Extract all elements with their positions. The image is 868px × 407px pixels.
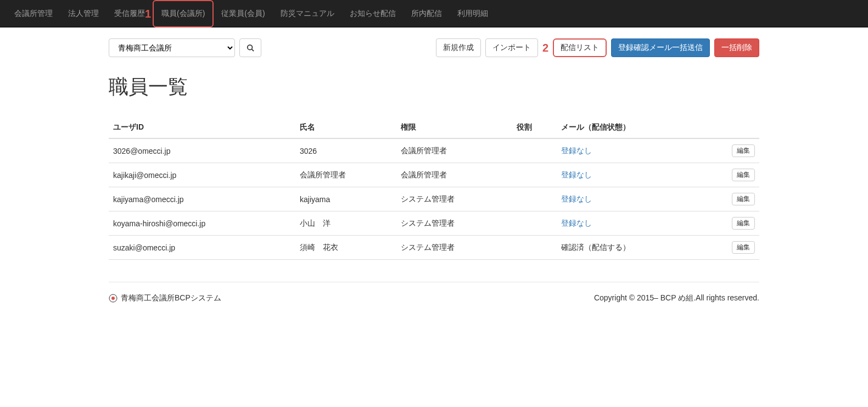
mail-status-link[interactable]: 登録なし: [561, 194, 592, 203]
cell-user_id: kajiyama@omecci.jp: [109, 187, 295, 211]
toolbar: 青梅商工会議所 新規作成 インポート 2 配信リスト 登録確認メール一括送信 一…: [109, 38, 759, 57]
staff-table: ユーザID 氏名 権限 役割 メール（配信状態） 3026@omecci.jp3…: [109, 117, 759, 260]
import-button[interactable]: インポート: [485, 38, 538, 57]
org-select[interactable]: 青梅商工会議所: [109, 38, 235, 57]
cell-mail: 確認済（配信する）: [557, 236, 701, 260]
cell-role: [512, 138, 557, 163]
cell-role: [512, 211, 557, 236]
cell-mail: 登録なし: [557, 187, 701, 211]
cell-user_id: 3026@omecci.jp: [109, 138, 295, 163]
nav-item-3[interactable]: 職員(会議所): [153, 0, 214, 27]
annotation-marker-2: 2: [542, 42, 548, 53]
bulk-delete-button[interactable]: 一括削除: [714, 38, 759, 57]
footer: 青梅商工会議所BCPシステム Copyright © 2015– BCP め組.…: [109, 282, 759, 303]
cell-user_id: koyama-hiroshi@omecci.jp: [109, 211, 295, 236]
cell-user_id: suzaki@omecci.jp: [109, 236, 295, 260]
table-row: koyama-hiroshi@omecci.jp小山 洋システム管理者登録なし編…: [109, 211, 759, 236]
cell-mail: 登録なし: [557, 163, 701, 187]
annotation-marker-1: 1: [145, 8, 151, 19]
nav-item-5[interactable]: 防災マニュアル: [273, 1, 342, 26]
search-button[interactable]: [239, 38, 261, 57]
nav-item-0[interactable]: 会議所管理: [7, 1, 60, 26]
cell-name: 3026: [295, 138, 396, 163]
page-title: 職員一覧: [109, 74, 759, 101]
nav-item-8[interactable]: 利用明細: [450, 1, 496, 26]
edit-button[interactable]: 編集: [732, 144, 755, 157]
new-button[interactable]: 新規作成: [436, 38, 481, 57]
table-row: kajiyama@omecci.jpkajiyamaシステム管理者登録なし編集: [109, 187, 759, 211]
top-nav: 会議所管理法人管理受信履歴1職員(会議所)従業員(会員)防災マニュアルお知らせ配…: [0, 0, 868, 27]
cell-permission: システム管理者: [396, 187, 512, 211]
table-row: suzaki@omecci.jp須崎 花衣システム管理者確認済（配信する）編集: [109, 236, 759, 260]
cell-role: [512, 187, 557, 211]
cell-name: kajiyama: [295, 187, 396, 211]
footer-left-text: 青梅商工会議所BCPシステム: [121, 293, 221, 303]
cell-permission: 会議所管理者: [396, 163, 512, 187]
edit-button[interactable]: 編集: [732, 169, 755, 181]
cell-permission: 会議所管理者: [396, 138, 512, 163]
cell-permission: システム管理者: [396, 236, 512, 260]
search-icon: [247, 44, 254, 52]
col-user-id: ユーザID: [109, 117, 295, 138]
distribution-list-button[interactable]: 配信リスト: [553, 38, 607, 57]
svg-point-0: [248, 45, 253, 50]
footer-logo-icon: [109, 294, 117, 303]
table-row: 3026@omecci.jp3026会議所管理者登録なし編集: [109, 138, 759, 163]
svg-line-1: [252, 49, 254, 52]
nav-item-7[interactable]: 所内配信: [404, 1, 450, 26]
mail-status-link[interactable]: 登録なし: [561, 219, 592, 227]
nav-item-1[interactable]: 法人管理: [60, 1, 107, 26]
cell-role: [512, 163, 557, 187]
cell-role: [512, 236, 557, 260]
staff-table-body: 3026@omecci.jp3026会議所管理者登録なし編集kajikaji@o…: [109, 138, 759, 260]
col-role: 役割: [512, 117, 557, 138]
cell-mail: 登録なし: [557, 211, 701, 236]
cell-user_id: kajikaji@omecci.jp: [109, 163, 295, 187]
col-mail: メール（配信状態）: [557, 117, 701, 138]
mail-status-link[interactable]: 登録なし: [561, 170, 592, 179]
nav-item-4[interactable]: 従業員(会員): [214, 1, 272, 26]
col-name: 氏名: [295, 117, 396, 138]
footer-right-text: Copyright © 2015– BCP め組.All rights rese…: [594, 293, 759, 303]
col-permission: 権限: [396, 117, 512, 138]
mail-status-link[interactable]: 登録なし: [561, 146, 592, 155]
edit-button[interactable]: 編集: [732, 217, 755, 230]
svg-point-3: [111, 297, 115, 300]
bulk-mail-button[interactable]: 登録確認メール一括送信: [611, 38, 710, 57]
cell-name: 会議所管理者: [295, 163, 396, 187]
cell-mail: 登録なし: [557, 138, 701, 163]
nav-item-6[interactable]: お知らせ配信: [342, 1, 404, 26]
edit-button[interactable]: 編集: [732, 193, 755, 205]
cell-name: 須崎 花衣: [295, 236, 396, 260]
table-row: kajikaji@omecci.jp会議所管理者会議所管理者登録なし編集: [109, 163, 759, 187]
cell-permission: システム管理者: [396, 211, 512, 236]
edit-button[interactable]: 編集: [732, 241, 755, 254]
cell-name: 小山 洋: [295, 211, 396, 236]
